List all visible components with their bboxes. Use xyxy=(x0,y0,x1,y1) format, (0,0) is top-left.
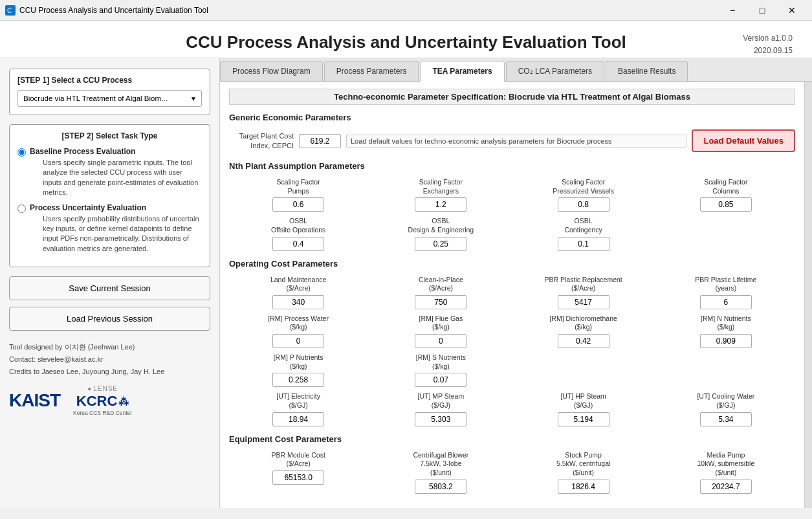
content-header: Techno-economic Parameter Specification:… xyxy=(229,89,795,105)
stock-pump-input[interactable] xyxy=(558,480,609,494)
app-icon: C xyxy=(5,5,16,16)
scaling-pumps-input[interactable] xyxy=(272,197,324,212)
rm-n-nutrients-input[interactable] xyxy=(700,334,752,348)
nth-plant-header: Nth Plant Assumption Parameters xyxy=(229,161,795,173)
titlebar: C CCU Process Analysis and Uncertainty E… xyxy=(0,0,812,21)
param-clean-in-place: Clean-in-Place($/Acre) xyxy=(371,276,510,309)
version-info: Version a1.0.0 2020.09.15 xyxy=(743,32,793,57)
uncertainty-option: Process Uncertainty Evaluation Users spe… xyxy=(17,203,202,254)
ut-electricity-input[interactable] xyxy=(272,412,324,426)
tab-tea-params[interactable]: TEA Parameters xyxy=(420,61,504,82)
cepci-input[interactable] xyxy=(299,134,341,148)
baseline-radio[interactable] xyxy=(17,148,26,157)
ut-mp-steam-input[interactable] xyxy=(415,412,466,426)
param-rm-s-nutrients: [RM] S Nutrients($/kg) xyxy=(371,353,510,387)
footer: Tool designed by 이지환 (Jeehwan Lee) Conta… xyxy=(9,341,210,377)
osbl-design-input[interactable] xyxy=(415,237,466,251)
ut-cooling-water-input[interactable] xyxy=(700,412,752,426)
param-scaling-columns: Scaling FactorColumns xyxy=(657,178,795,212)
scrollbar[interactable] xyxy=(804,82,812,508)
rm-dichloromethane-input[interactable] xyxy=(558,334,609,348)
land-maintenance-input[interactable] xyxy=(272,295,324,309)
operating-cost-header: Operating Cost Parameters xyxy=(229,259,795,271)
process-select[interactable]: Biocrude via HTL Treatment of Algal Biom… xyxy=(17,90,202,107)
baseline-label: Baseline Process Evaluation xyxy=(30,147,202,156)
maximize-button[interactable]: □ xyxy=(747,0,777,21)
step1-title: [STEP 1] Select a CCU Process xyxy=(17,76,202,85)
uncertainty-desc: Users specify probability distributions … xyxy=(30,214,202,254)
kcrc-logo-wrapper: ● LENSE KCRC ⁂ Korea CCS R&D Center xyxy=(73,385,132,416)
ut-hp-steam-input[interactable] xyxy=(558,412,609,426)
tab-co2-lca[interactable]: CO₂ LCA Parameters xyxy=(506,61,604,81)
close-button[interactable]: ✕ xyxy=(777,0,807,21)
content-wrapper: Techno-economic Parameter Specification:… xyxy=(220,82,812,508)
load-default-button[interactable]: Load Default Values xyxy=(692,129,795,152)
param-ut-hp-steam: [UT] HP Steam($/GJ) xyxy=(514,392,653,426)
kcrc-infinity: ⁂ xyxy=(118,395,129,408)
version-text: Version a1.0.0 xyxy=(743,32,793,45)
param-osbl-contingency: OSBLContingency xyxy=(514,217,653,250)
load-session-button[interactable]: Load Previous Session xyxy=(9,307,210,331)
param-scaling-pumps: Scaling FactorPumps xyxy=(229,178,368,212)
kaist-logo: KAIST xyxy=(9,390,60,411)
param-scaling-exchangers: Scaling FactorExchangers xyxy=(371,178,510,212)
param-osbl-design: OSBLDesign & Engineering xyxy=(371,217,510,250)
scaling-vessels-input[interactable] xyxy=(558,197,609,212)
param-ut-electricity: [UT] Electricity($/GJ) xyxy=(229,392,368,426)
left-panel: [STEP 1] Select a CCU Process Biocrude v… xyxy=(0,58,220,508)
centrifugal-blower-input[interactable] xyxy=(415,480,466,494)
rm-p-nutrients-input[interactable] xyxy=(272,373,324,387)
right-panel: Process Flow Diagram Process Parameters … xyxy=(220,58,812,508)
clean-in-place-input[interactable] xyxy=(415,295,466,309)
equipment-cost-header: Equipment Cost Parameters xyxy=(229,434,795,446)
param-rm-flue-gas: [RM] Flue Gas($/kg) xyxy=(371,315,510,348)
lense-label: ● LENSE xyxy=(87,385,118,392)
designer-text: Tool designed by 이지환 (Jeehwan Lee) xyxy=(9,341,210,353)
nth-plant-grid: Scaling FactorPumps Scaling FactorExchan… xyxy=(229,178,795,251)
param-scaling-vessels: Scaling FactorPressurized Vessels xyxy=(514,178,653,212)
param-rm-process-water: [RM] Process Water($/kg) xyxy=(229,315,368,348)
rm-process-water-input[interactable] xyxy=(272,334,324,348)
scaling-exchangers-input[interactable] xyxy=(415,197,466,212)
param-stock-pump: Stock Pump5.5kW, centrifugal($/unit) xyxy=(514,451,653,494)
rm-s-nutrients-input[interactable] xyxy=(415,373,466,387)
step2-box: [STEP 2] Select Task Type Baseline Proce… xyxy=(9,124,210,267)
load-default-row: Target Plant CostIndex, CEPCI Load defau… xyxy=(229,129,795,152)
scaling-columns-input[interactable] xyxy=(700,197,752,212)
param-pbr-module-cost: PBR Module Cost($/Acre) xyxy=(229,451,368,494)
tab-baseline-results[interactable]: Baseline Results xyxy=(606,61,688,81)
param-osbl-offsite: OSBLOffsite Operations xyxy=(229,217,368,250)
uncertainty-radio[interactable] xyxy=(17,204,26,213)
logos-area: KAIST ● LENSE KCRC ⁂ Korea CCS R&D Cente… xyxy=(9,385,210,416)
media-pump-input[interactable] xyxy=(700,480,752,494)
step1-box: [STEP 1] Select a CCU Process Biocrude v… xyxy=(9,69,210,115)
tab-process-flow[interactable]: Process Flow Diagram xyxy=(220,61,323,81)
tab-bar: Process Flow Diagram Process Parameters … xyxy=(220,58,812,82)
param-ut-cooling-water: [UT] Cooling Water($/GJ) xyxy=(657,392,795,426)
tab-process-params[interactable]: Process Parameters xyxy=(324,61,419,81)
save-session-button[interactable]: Save Current Session xyxy=(9,276,210,300)
param-media-pump: Media Pump10kW, submersible($/unit) xyxy=(657,451,795,494)
pbr-plastic-lifetime-input[interactable] xyxy=(700,295,752,309)
osbl-contingency-input[interactable] xyxy=(558,237,609,251)
contact-text: Contact: stevelee@kaist.ac.kr xyxy=(9,353,210,366)
operating-cost-grid: Land Maintenance($/Acre) Clean-in-Place(… xyxy=(229,276,795,426)
app-title: CCU Process Analysis and Uncertainty Eva… xyxy=(0,32,812,52)
pbr-module-cost-input[interactable] xyxy=(272,470,324,485)
param-land-maintenance: Land Maintenance($/Acre) xyxy=(229,276,368,309)
content-area: Techno-economic Parameter Specification:… xyxy=(220,82,804,508)
lense-dot: ● xyxy=(87,385,92,392)
osbl-offsite-input[interactable] xyxy=(272,237,324,251)
kcrc-sub-label: Korea CCS R&D Center xyxy=(73,410,132,416)
rm-flue-gas-input[interactable] xyxy=(415,334,466,348)
param-pbr-plastic-lifetime: PBR Plastic Lifetime(years) xyxy=(657,276,795,309)
pbr-plastic-replacement-input[interactable] xyxy=(558,295,609,309)
minimize-button[interactable]: − xyxy=(718,0,747,21)
param-rm-p-nutrients: [RM] P Nutrients($/kg) xyxy=(229,353,368,387)
svg-text:C: C xyxy=(7,7,12,14)
process-select-wrapper: Biocrude via HTL Treatment of Algal Biom… xyxy=(17,90,202,107)
titlebar-title: CCU Process Analysis and Uncertainty Eva… xyxy=(19,6,718,15)
param-pbr-plastic-replacement: PBR Plastic Replacement($/Acre) xyxy=(514,276,653,309)
credits-text: Credits to Jaeseo Lee, Juyoung Jung, Jay… xyxy=(9,366,210,378)
generic-econ-header: Generic Economic Parameters xyxy=(229,113,795,124)
